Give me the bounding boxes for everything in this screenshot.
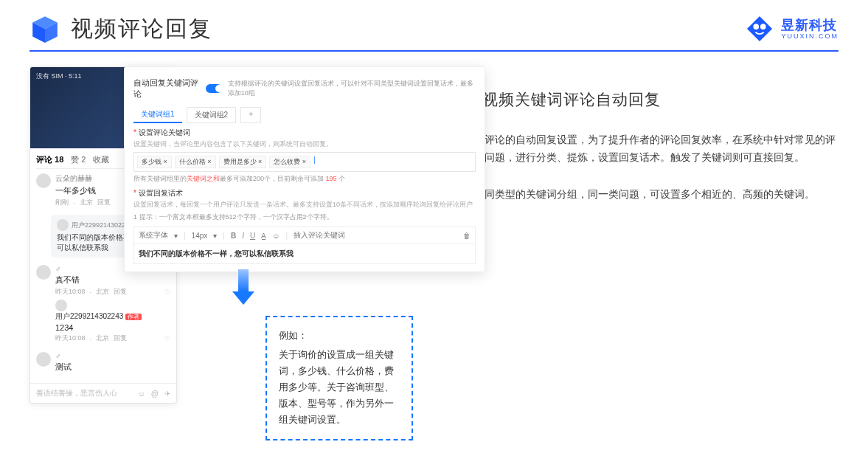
emoji-icon[interactable]: ☺ [272, 232, 280, 240]
left-demo-area: 没有 SIM · 5:11 评论 18 赞 2 收藏 云朵的赫赫 一年多少钱 刚… [29, 66, 413, 223]
comment-time: 刚刚 [55, 198, 69, 207]
send-icon[interactable]: ✈ [164, 390, 170, 398]
chip[interactable]: 怎么收费 × [269, 156, 310, 168]
input-placeholder: 善语结善缘，恶言伤人心 [36, 388, 132, 398]
bullet-2: ◆ 支持不同类型的关键词分组，同一类问题，可设置多个相近的、高频的关键词。 [435, 186, 839, 204]
svg-point-5 [760, 24, 766, 30]
avatar [55, 300, 67, 311]
comment-reply[interactable]: 回复 [114, 287, 127, 297]
comment-text: 真不错 [55, 274, 170, 286]
switch-label: 自动回复关键词评论 [133, 77, 200, 100]
avatar [36, 352, 51, 367]
at-icon[interactable]: @ [151, 390, 159, 398]
title-wrap: 视频评论回复 [29, 13, 212, 44]
logo-icon [746, 15, 774, 43]
example-box: 例如： 关于询价的设置成一组关键词，多少钱、什么价格，费用多少等。关于咨询班型、… [265, 316, 413, 440]
section-title-text: 短视频关键词评论自动回复 [466, 89, 661, 110]
underline-icon[interactable]: U [250, 232, 255, 240]
italic-icon[interactable]: I [242, 232, 244, 240]
comment-text: 测试 [55, 362, 170, 373]
bullet-text: 短视频评论的自动回复设置，为了提升作者的评论回复效率，在系统中针对常见的评论用户… [454, 131, 839, 167]
gender-icon: ♂ [55, 352, 170, 360]
avatar [36, 265, 51, 280]
tab-comments[interactable]: 评论 18 [36, 154, 63, 165]
emoji-icon[interactable]: ☺ [138, 390, 145, 398]
size-select[interactable]: 14px [192, 232, 208, 240]
keywords-hint: 所有关键词组里的关键词之和最多可添加200个，目前剩余可添加 195 个 [133, 174, 476, 184]
font-select[interactable]: 系统字体 [139, 230, 168, 241]
right-content: 短视频关键词评论自动回复 ◆ 短视频评论的自动回复设置，为了提升作者的评论回复效… [435, 66, 839, 223]
logo-text-cn: 昱新科技 [781, 18, 839, 32]
page-title: 视频评论回复 [71, 14, 212, 44]
comment-3: ♂ 测试 [36, 348, 170, 377]
logo-text-en: YUUXIN.COM [781, 33, 839, 40]
config-panel: 自动回复关键词评论 支持根据评论的关键词设置回复话术，可以针对不同类型关键词设置… [124, 66, 485, 272]
avatar [36, 173, 51, 188]
comment-2: ♂ 真不错 昨天10:08· 北京 回复 ♡ 用户2299214302243 作… [36, 260, 170, 348]
cube-icon [29, 13, 60, 44]
tab-likes[interactable]: 赞 2 [71, 154, 86, 165]
color-icon[interactable]: A̲ [261, 232, 266, 240]
chip[interactable]: 多少钱 × [137, 156, 172, 168]
section-keywords-desc: 设置关键词，当评论里内容包含了以下关键词，则系统可自动回复。 [133, 139, 476, 149]
bullet-1: ◆ 短视频评论的自动回复设置，为了提升作者的评论回复效率，在系统中针对常见的评论… [435, 131, 839, 167]
toggle-switch[interactable] [206, 84, 222, 93]
tab-fav[interactable]: 收藏 [93, 154, 109, 165]
reply-tip: 1 提示：一个富文本框最多支持512个字符，一个汉字占用2个字符。 [133, 212, 476, 222]
comment-time: 昨天10:08 [55, 287, 86, 297]
switch-desc: 支持根据评论的关键词设置回复话术，可以针对不同类型关键词设置回复话术，最多添加1… [228, 79, 476, 98]
insert-keyword-button[interactable]: 插入评论关键词 [294, 230, 345, 241]
example-heading: 例如： [279, 328, 400, 344]
avatar [57, 219, 69, 231]
header: 视频评论回复 昱新科技 YUUXIN.COM [0, 0, 868, 50]
author-tag: 作者 [125, 314, 142, 320]
example-body: 关于询价的设置成一组关键词，多少钱、什么价格，费用多少等。关于咨询班型、版本、型… [279, 347, 400, 428]
svg-marker-3 [747, 16, 772, 41]
reply-user: 用户2299214302243 [55, 312, 123, 320]
keyword-chips[interactable]: 多少钱 × 什么价格 × 费用是多少 × 怎么收费 × | [133, 152, 476, 172]
section-reply-title: 设置回复话术 [133, 188, 476, 198]
comment-reply[interactable]: 回复 [114, 334, 127, 343]
section-title: 短视频关键词评论自动回复 [435, 89, 839, 111]
chip[interactable]: 费用是多少 × [219, 156, 267, 168]
comment-loc: 北京 [80, 198, 93, 207]
section-reply-desc: 设置回复话术，每回复一个用户评论只发送一条话术。最多支持设置10条不同话术，按添… [133, 200, 476, 210]
comment-time: 昨天10:08 [55, 334, 86, 343]
divider [29, 50, 839, 52]
delete-icon[interactable]: 🗑 [463, 232, 471, 240]
add-tab-button[interactable]: + [240, 107, 261, 123]
section-keywords-title: 设置评论关键词 [133, 128, 476, 138]
keyword-tab-1[interactable]: 关键词组1 [133, 107, 182, 123]
bullet-text: 支持不同类型的关键词分组，同一类问题，可设置多个相近的、高频的关键词。 [454, 186, 815, 204]
comment-loc: 北京 [96, 287, 109, 297]
arrow-down-icon [232, 269, 254, 306]
bold-icon[interactable]: B [231, 232, 236, 240]
comment-input-bar[interactable]: 善语结善缘，恶言伤人心 ☺ @ ✈ [30, 383, 176, 403]
svg-point-4 [754, 24, 760, 30]
comment-reply[interactable]: 回复 [97, 198, 111, 207]
reply-text: 1234 [55, 323, 170, 332]
comment-loc: 北京 [96, 334, 109, 343]
keyword-group-tabs: 关键词组1 关键词组2 + [133, 107, 476, 123]
keyword-tab-2[interactable]: 关键词组2 [187, 107, 237, 123]
heart-icon[interactable]: ♡ [164, 335, 170, 342]
chip[interactable]: 什么价格 × [175, 156, 216, 168]
heart-icon[interactable]: ♡ [164, 288, 170, 296]
input-cursor: | [313, 156, 316, 168]
editor-toolbar: 系统字体▾ | 14px▾ | B I U A̲ ☺ | 插入评论关键词 🗑 [133, 227, 476, 244]
reply-editor[interactable]: 我们不同的版本价格不一样，您可以私信联系我 [133, 244, 476, 264]
brand-logo: 昱新科技 YUUXIN.COM [746, 15, 839, 43]
